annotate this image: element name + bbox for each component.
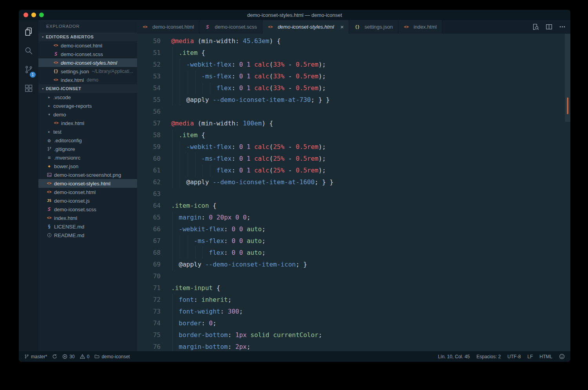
- tree-item-index-html[interactable]: <>index.html: [38, 119, 137, 127]
- code-line-59[interactable]: 59 -webkit-flex: 0 1 calc(25% - 0.5rem);: [137, 141, 570, 153]
- code-line-73[interactable]: 73 font-weight: 300;: [137, 306, 570, 317]
- indent-guide: [172, 82, 173, 94]
- code-line-71[interactable]: 71.item-input {: [137, 282, 570, 294]
- html-icon: <>: [53, 121, 59, 125]
- status-branch[interactable]: master*: [24, 354, 47, 359]
- editor[interactable]: 50@media (min-width: 45.63em) {51 .item …: [137, 34, 570, 351]
- tab-label: settings.json: [364, 24, 393, 30]
- line-content: font-weight: 300;: [171, 306, 243, 317]
- tree-item-demo-iconset-scss[interactable]: Sdemo-iconset.scss: [38, 205, 137, 214]
- source-control-button[interactable]: 1: [19, 61, 38, 80]
- html-icon: <>: [142, 25, 148, 29]
- open-editor-demo-iconset-html[interactable]: <>demo-iconset.html: [38, 41, 137, 50]
- item-label: .vscode: [53, 94, 71, 100]
- code-area[interactable]: 50@media (min-width: 45.63em) {51 .item …: [137, 34, 570, 351]
- editor-scrollbar[interactable]: [565, 34, 570, 351]
- close-tab-icon[interactable]: ×: [340, 24, 344, 30]
- code-line-65[interactable]: 65 margin: 0 20px 0 0;: [137, 212, 570, 223]
- tree-item-index-html[interactable]: <>index.html: [38, 214, 137, 222]
- code-line-62[interactable]: 62 @apply --demo-iconset-item-at-1600; }…: [137, 176, 570, 188]
- code-line-53[interactable]: 53 -ms-flex: 0 1 calc(33% - 0.5rem);: [137, 71, 570, 82]
- minimize-window-button[interactable]: [31, 13, 36, 17]
- status-warnings[interactable]: 0: [80, 354, 90, 359]
- code-line-63[interactable]: 63: [137, 188, 570, 200]
- tab-demo-iconset-styles-html[interactable]: <>demo-iconset-styles.html×: [262, 20, 349, 34]
- explorer-button[interactable]: [19, 23, 38, 42]
- more-actions-icon[interactable]: [559, 24, 566, 30]
- status-sync[interactable]: [52, 354, 57, 359]
- tree-item-test[interactable]: ▸test: [38, 127, 137, 136]
- status-eol[interactable]: LF: [527, 354, 533, 359]
- open-editor-settings-json[interactable]: {}settings.json~/Library/Applicati...: [38, 67, 137, 76]
- code-line-52[interactable]: 52 -webkit-flex: 0 1 calc(33% - 0.5rem);: [137, 59, 570, 71]
- status-encoding[interactable]: UTF-8: [507, 354, 521, 359]
- code-line-76[interactable]: 76 margin-bottom: 2px;: [137, 341, 570, 351]
- split-editor-icon[interactable]: [546, 24, 552, 30]
- tree-item-demo-iconset-styles-html[interactable]: <>demo-iconset-styles.html: [38, 179, 137, 188]
- tree-item-editorconfig[interactable]: ⚙.editorconfig: [38, 136, 137, 145]
- open-editor-demo-iconset-scss[interactable]: Sdemo-iconset.scss: [38, 50, 137, 58]
- status-errors[interactable]: 30: [62, 354, 74, 359]
- code-line-54[interactable]: 54 flex: 0 1 calc(33% - 0.5rem);: [137, 82, 570, 94]
- code-line-61[interactable]: 61 flex: 0 1 calc(25% - 0.5rem);: [137, 165, 570, 176]
- code-line-56[interactable]: 56: [137, 106, 570, 118]
- open-editor-demo-iconset-styles-html[interactable]: <>demo-iconset-styles.html: [38, 58, 137, 67]
- line-number: 76: [137, 341, 161, 351]
- open-editor-index-html[interactable]: <>index.htmldemo: [38, 76, 137, 84]
- tree-item-license-md[interactable]: §LICENSE.md: [38, 222, 137, 231]
- section-header-editores-abiertos[interactable]: ▾EDITORES ABIERTOS: [38, 33, 137, 41]
- tab-settings-json[interactable]: {}settings.json: [349, 20, 398, 34]
- code-line-66[interactable]: 66 -webkit-flex: 0 0 auto;: [137, 223, 570, 235]
- code-line-67[interactable]: 67 -ms-flex: 0 0 auto;: [137, 235, 570, 247]
- tree-item-mversionrc[interactable]: ≡.mversionrc: [38, 153, 137, 162]
- html-icon: <>: [53, 78, 59, 82]
- tree-item-demo[interactable]: ▾demo: [38, 110, 137, 119]
- scm-badge: 1: [30, 72, 36, 78]
- code-line-64[interactable]: 64.item-icon {: [137, 200, 570, 212]
- line-number: 71: [137, 282, 161, 294]
- status-folder[interactable]: demo-iconset: [94, 354, 130, 359]
- section-label: EDITORES ABIERTOS: [46, 34, 94, 39]
- code-line-58[interactable]: 58 .item {: [137, 129, 570, 141]
- close-window-button[interactable]: [24, 13, 28, 17]
- tree-item-vscode[interactable]: ▸.vscode: [38, 93, 137, 102]
- tree-item-gitignore[interactable]: .gitignore: [38, 145, 137, 153]
- code-line-60[interactable]: 60 -ms-flex: 0 1 calc(25% - 0.5rem);: [137, 153, 570, 165]
- tree-item-demo-iconset-js[interactable]: JSdemo-iconset.js: [38, 196, 137, 205]
- search-button[interactable]: [19, 42, 38, 61]
- tree-item-demo-iconset-screenshot-png[interactable]: demo-iconset-screenshot.png: [38, 171, 137, 179]
- tree-item-bower-json[interactable]: ◆bower.json: [38, 162, 137, 171]
- list-icon: ≡: [46, 155, 52, 160]
- indent-guide: [172, 212, 173, 223]
- code-line-55[interactable]: 55 @apply --demo-iconset-item-at-730; } …: [137, 94, 570, 106]
- image-icon: [46, 172, 52, 177]
- line-number: 58: [137, 129, 161, 141]
- indent-guide: [172, 317, 173, 329]
- tab-demo-iconset-scss[interactable]: Sdemo-iconset.scss: [199, 20, 262, 34]
- tab-demo-iconset-html[interactable]: <>demo-iconset.html: [137, 20, 199, 34]
- code-line-50[interactable]: 50@media (min-width: 45.63em) {: [137, 35, 570, 47]
- status-cursor-position[interactable]: Lín. 10, Col. 45: [438, 354, 470, 359]
- code-line-72[interactable]: 72 font: inherit;: [137, 294, 570, 306]
- code-line-70[interactable]: 70: [137, 270, 570, 282]
- code-line-51[interactable]: 51 .item {: [137, 47, 570, 59]
- code-line-75[interactable]: 75 border-bottom: 1px solid currentColor…: [137, 329, 570, 341]
- code-line-57[interactable]: 57@media (min-width: 100em) {: [137, 118, 570, 129]
- sass-icon: S: [53, 52, 59, 56]
- status-indentation-label: Espacios: 2: [476, 354, 501, 359]
- status-feedback[interactable]: [559, 354, 565, 359]
- line-number: 55: [137, 94, 161, 106]
- extensions-button[interactable]: [19, 80, 38, 98]
- status-indentation[interactable]: Espacios: 2: [476, 354, 501, 359]
- code-line-68[interactable]: 68 flex: 0 0 auto;: [137, 247, 570, 259]
- tree-item-demo-iconset-html[interactable]: <>demo-iconset.html: [38, 188, 137, 196]
- code-line-74[interactable]: 74 border: 0;: [137, 317, 570, 329]
- status-language[interactable]: HTML: [539, 354, 552, 359]
- tab-index-html[interactable]: <>index.html: [398, 20, 442, 34]
- section-header-demo-iconset[interactable]: ▾DEMO-ICONSET: [38, 84, 137, 93]
- open-preview-icon[interactable]: [532, 24, 539, 30]
- code-line-69[interactable]: 69 @apply --demo-iconset-item-icon; }: [137, 259, 570, 270]
- tree-item-readme-md[interactable]: README.md: [38, 231, 137, 239]
- tree-item-coverage-reports[interactable]: ▸coverage-reports: [38, 102, 137, 110]
- zoom-window-button[interactable]: [39, 13, 44, 17]
